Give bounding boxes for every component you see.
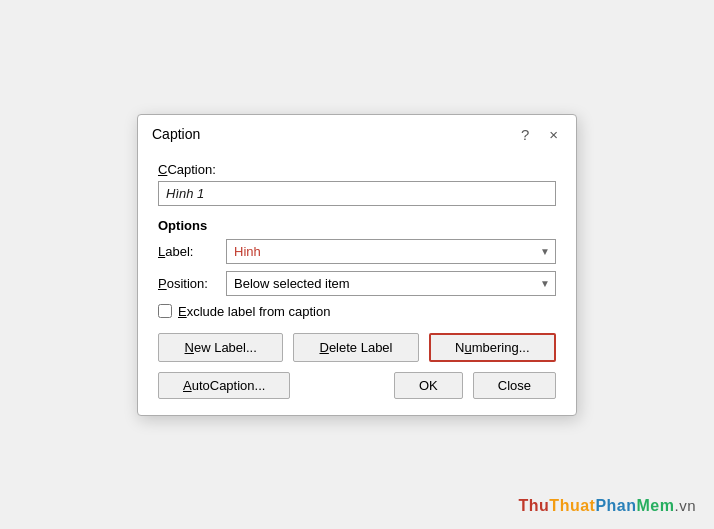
help-button[interactable]: ? (517, 125, 533, 144)
position-select-wrapper: Below selected item Above selected item … (226, 271, 556, 296)
position-row: Position: Below selected item Above sele… (158, 271, 556, 296)
label-select-wrapper: Hinh Figure Table Equation ▼ (226, 239, 556, 264)
watermark-phan: Phan (595, 497, 636, 514)
exclude-label-text[interactable]: Exclude label from caption (178, 304, 330, 319)
close-dialog-button[interactable]: Close (473, 372, 556, 399)
watermark-thu: Thu (519, 497, 550, 514)
exclude-label-row: Exclude label from caption (158, 304, 556, 319)
label-row: Label: Hinh Figure Table Equation ▼ (158, 239, 556, 264)
autocaption-button[interactable]: AutoCaption... (158, 372, 290, 399)
watermark-domain: .vn (674, 497, 696, 514)
title-bar: Caption ? × (138, 115, 576, 152)
button-row-2: AutoCaption... OK Close (158, 372, 556, 399)
options-group-label: Options (158, 218, 556, 233)
new-label-button[interactable]: New Label... (158, 333, 283, 362)
watermark: ThuThuatPhanMem.vn (519, 497, 696, 515)
dialog-body: CCaption: Options Label: Hinh Figure Tab… (138, 152, 576, 415)
position-field-label: Position: (158, 276, 226, 291)
ok-button[interactable]: OK (394, 372, 463, 399)
button-row-1: New Label... Delete Label Numbering... (158, 333, 556, 362)
label-field-label: Label: (158, 244, 226, 259)
exclude-label-checkbox[interactable] (158, 304, 172, 318)
title-bar-controls: ? × (517, 125, 562, 144)
close-button[interactable]: × (545, 125, 562, 144)
label-select[interactable]: Hinh Figure Table Equation (226, 239, 556, 264)
caption-dialog: Caption ? × CCaption: Options Label: Hin… (137, 114, 577, 416)
caption-input[interactable] (158, 181, 556, 206)
watermark-mem: Mem (637, 497, 675, 514)
watermark-thuat: Thuat (549, 497, 595, 514)
delete-label-button[interactable]: Delete Label (293, 333, 418, 362)
numbering-button[interactable]: Numbering... (429, 333, 556, 362)
dialog-title: Caption (152, 126, 200, 142)
position-select[interactable]: Below selected item Above selected item (226, 271, 556, 296)
caption-label: CCaption: (158, 162, 556, 177)
